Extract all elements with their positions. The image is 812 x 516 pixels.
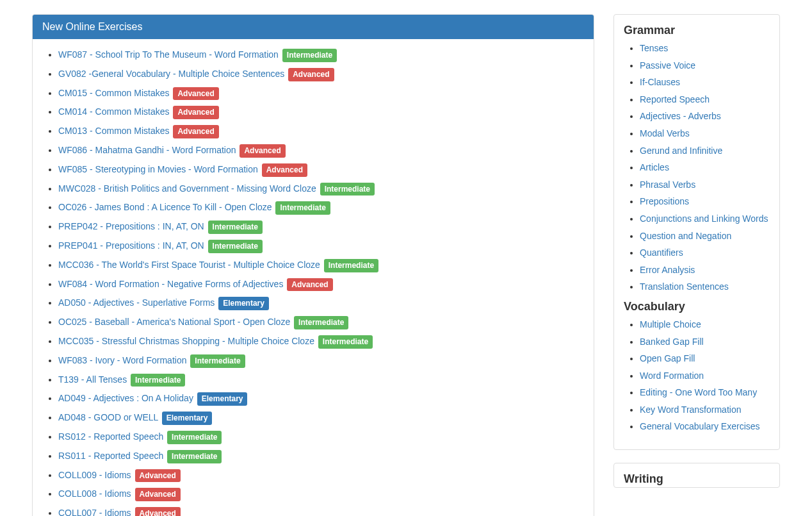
grammar-link[interactable]: Articles	[640, 162, 669, 172]
exercise-link[interactable]: RS011 - Reported Speech	[58, 451, 163, 461]
level-badge: Intermediate	[282, 49, 337, 62]
list-item: Key Word Transformation	[640, 404, 770, 417]
list-item: General Vocabulary Exercises	[640, 420, 770, 433]
level-badge: Intermediate	[324, 259, 378, 272]
exercise-link[interactable]: AD050 - Adjectives - Superlative Forms	[58, 297, 215, 308]
grammar-link[interactable]: If-Clauses	[640, 77, 680, 87]
exercise-item: WF083 - Ivory - Word Formation Intermedi…	[58, 354, 584, 368]
exercise-item: CM013 - Common Mistakes Advanced	[58, 125, 584, 138]
exercise-link[interactable]: CM014 - Common Mistakes	[58, 106, 170, 117]
exercise-item: CM014 - Common Mistakes Advanced	[58, 106, 584, 119]
sidebar: Grammar TensesPassive VoiceIf-ClausesRep…	[613, 0, 780, 516]
exercise-link[interactable]: GV082 -General Vocabulary - Multiple Cho…	[58, 69, 284, 79]
grammar-list: TensesPassive VoiceIf-ClausesReported Sp…	[624, 42, 770, 294]
exercise-link[interactable]: COLL008 - Idioms	[58, 488, 131, 499]
level-badge: Advanced	[240, 144, 285, 158]
exercise-link[interactable]: PREP041 - Prepositions : IN, AT, ON	[58, 240, 204, 251]
grammar-link[interactable]: Prepositions	[640, 196, 689, 206]
level-badge: Advanced	[288, 68, 334, 81]
level-badge: Advanced	[173, 87, 218, 101]
list-item: Question and Negation	[640, 230, 770, 243]
list-item: If-Clauses	[640, 76, 770, 89]
vocabulary-link[interactable]: Open Gap Fill	[640, 353, 695, 363]
exercise-item: WF084 - Word Formation - Negative Forms …	[58, 278, 584, 292]
exercise-link[interactable]: RS012 - Reported Speech	[58, 431, 163, 442]
vocabulary-link[interactable]: General Vocabulary Exercises	[640, 421, 760, 431]
list-item: Phrasal Verbs	[640, 179, 770, 192]
grammar-link[interactable]: Reported Speech	[640, 94, 710, 104]
grammar-link[interactable]: Gerund and Infinitive	[640, 146, 722, 156]
level-badge: Intermediate	[275, 201, 330, 215]
exercise-link[interactable]: WF087 - School Trip To The Museum - Word…	[58, 49, 279, 60]
level-badge: Intermediate	[320, 183, 375, 196]
exercise-item: RS012 - Reported Speech Intermediate	[58, 431, 584, 444]
exercise-link[interactable]: MWC028 - British Politics and Government…	[58, 183, 316, 194]
vocabulary-link[interactable]: Key Word Transformation	[640, 404, 741, 415]
level-badge: Intermediate	[131, 374, 185, 387]
exercise-link[interactable]: PREP042 - Prepositions : IN, AT, ON	[58, 221, 204, 231]
vocabulary-link[interactable]: Word Formation	[640, 370, 704, 381]
exercise-item: MCC035 - Stressful Christmas Shopping - …	[58, 335, 584, 349]
list-item: Passive Voice	[640, 60, 770, 72]
exercise-link[interactable]: AD048 - GOOD or WELL	[58, 412, 158, 422]
list-item: Articles	[640, 162, 770, 174]
exercise-item: COLL008 - Idioms Advanced	[58, 488, 584, 501]
level-badge: Intermediate	[167, 450, 222, 463]
list-item: Gerund and Infinitive	[640, 145, 770, 158]
exercise-item: AD050 - Adjectives - Superlative Forms E…	[58, 297, 584, 310]
grammar-link[interactable]: Passive Voice	[640, 60, 695, 71]
exercise-link[interactable]: WF085 - Stereotyping in Movies - Word Fo…	[58, 164, 258, 174]
vocabulary-link[interactable]: Editing - One Word Too Many	[640, 387, 757, 397]
grammar-link[interactable]: Phrasal Verbs	[640, 179, 695, 190]
grammar-link[interactable]: Question and Negation	[640, 231, 731, 241]
grammar-link[interactable]: Modal Verbs	[640, 128, 690, 138]
vocabulary-link[interactable]: Banked Gap Fill	[640, 337, 704, 347]
grammar-link[interactable]: Conjunctions and Linking Words	[640, 213, 768, 224]
exercise-link[interactable]: MCC035 - Stressful Christmas Shopping - …	[58, 336, 314, 346]
level-badge: Elementary	[162, 412, 213, 425]
exercise-link[interactable]: T139 - All Tenses	[58, 374, 127, 385]
panel-body: WF087 - School Trip To The Museum - Word…	[33, 39, 594, 516]
list-item: Prepositions	[640, 196, 770, 208]
level-badge: Elementary	[218, 297, 269, 310]
exercise-link[interactable]: COLL007 - Idioms	[58, 508, 131, 516]
list-item: Adjectives - Adverbs	[640, 110, 770, 123]
exercise-link[interactable]: WF086 - Mahatma Gandhi - Word Formation	[58, 145, 236, 155]
exercise-link[interactable]: OC026 - James Bond : A Licence To Kill -…	[58, 202, 272, 212]
level-badge: Advanced	[135, 507, 181, 516]
exercise-link[interactable]: WF083 - Ivory - Word Formation	[58, 355, 186, 365]
exercise-item: PREP041 - Prepositions : IN, AT, ON Inte…	[58, 240, 584, 253]
exercise-link[interactable]: WF084 - Word Formation - Negative Forms …	[58, 279, 283, 289]
vocabulary-list: Multiple ChoiceBanked Gap FillOpen Gap F…	[624, 319, 770, 433]
list-item: Reported Speech	[640, 94, 770, 106]
grammar-link[interactable]: Adjectives - Adverbs	[640, 111, 721, 121]
level-badge: Advanced	[173, 125, 218, 138]
exercises-panel: New Online Exercises WF087 - School Trip…	[32, 14, 594, 516]
exercise-link[interactable]: CM015 - Common Mistakes	[58, 88, 170, 98]
exercise-link[interactable]: OC025 - Baseball - America's National Sp…	[58, 317, 290, 327]
exercise-item: COLL009 - Idioms Advanced	[58, 469, 584, 483]
exercise-item: T139 - All Tenses Intermediate	[58, 374, 584, 387]
grammar-link[interactable]: Error Analysis	[640, 265, 695, 275]
level-badge: Intermediate	[208, 240, 263, 253]
exercise-link[interactable]: AD049 - Adjectives : On A Holiday	[58, 393, 193, 403]
exercise-link[interactable]: CM013 - Common Mistakes	[58, 126, 170, 136]
exercise-item: COLL007 - Idioms Advanced	[58, 507, 584, 516]
main-content: New Online Exercises WF087 - School Trip…	[32, 0, 594, 516]
exercise-item: OC025 - Baseball - America's National Sp…	[58, 316, 584, 329]
list-item: Editing - One Word Too Many	[640, 387, 770, 399]
exercise-item: GV082 -General Vocabulary - Multiple Cho…	[58, 68, 584, 81]
list-item: Quantifiers	[640, 247, 770, 260]
exercise-item: OC026 - James Bond : A Licence To Kill -…	[58, 201, 584, 215]
writing-heading: Writing	[624, 472, 770, 486]
sidebar-panel: Grammar TensesPassive VoiceIf-ClausesRep…	[613, 14, 780, 450]
level-badge: Advanced	[262, 163, 307, 177]
exercise-link[interactable]: COLL009 - Idioms	[58, 470, 131, 480]
grammar-link[interactable]: Translation Sentences	[640, 281, 729, 292]
grammar-link[interactable]: Quantifiers	[640, 247, 683, 258]
vocabulary-link[interactable]: Multiple Choice	[640, 319, 701, 329]
exercise-item: MWC028 - British Politics and Government…	[58, 183, 584, 196]
exercise-item: WF085 - Stereotyping in Movies - Word Fo…	[58, 163, 584, 177]
grammar-link[interactable]: Tenses	[640, 43, 668, 53]
exercise-link[interactable]: MCC036 - The World's First Space Tourist…	[58, 260, 320, 270]
